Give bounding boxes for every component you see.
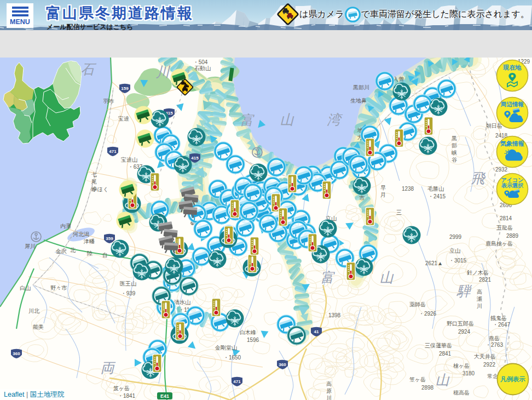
svg-text:陸: 陸 — [87, 250, 92, 256]
svg-text:河北潟: 河北潟 — [73, 231, 89, 237]
svg-text:清水山: 清水山 — [174, 299, 190, 305]
svg-text:凡例表示: 凡例表示 — [500, 376, 526, 382]
svg-text:常念: 常念 — [487, 373, 498, 379]
svg-text:原: 原 — [326, 388, 332, 394]
svg-text:湾: 湾 — [327, 112, 343, 127]
svg-text:3180: 3180 — [462, 370, 475, 376]
svg-text:2889: 2889 — [506, 233, 519, 239]
svg-text:金沢: 金沢 — [55, 248, 67, 254]
svg-text:野々市: 野々市 — [50, 285, 67, 291]
svg-text:朝日岳: 朝日岳 — [486, 123, 502, 129]
svg-text:川北: 川北 — [28, 308, 40, 314]
svg-text:1238: 1238 — [402, 186, 414, 192]
svg-text:宝達: 宝達 — [118, 116, 129, 122]
svg-text:生地鼻: 生地鼻 — [350, 98, 367, 104]
svg-text:・2647: ・2647 — [493, 322, 511, 328]
svg-text:三: 三 — [396, 209, 402, 215]
svg-text:笈ヶ岳: 笈ヶ岳 — [113, 385, 130, 391]
svg-text:・939: ・939 — [121, 290, 136, 296]
svg-text:医王山: 医王山 — [120, 281, 136, 287]
svg-text:山: 山 — [380, 270, 394, 285]
svg-text:・504: ・504 — [193, 59, 208, 65]
svg-text:騨: 騨 — [456, 283, 472, 299]
svg-text:飛: 飛 — [471, 170, 486, 186]
svg-text:両: 両 — [101, 360, 116, 375]
svg-text:山: 山 — [436, 372, 450, 387]
svg-text:金剛堂山: 金剛堂山 — [215, 345, 237, 351]
svg-text:津幡: 津幡 — [83, 238, 95, 244]
svg-text:川: 川 — [477, 303, 482, 309]
svg-text:立山: 立山 — [449, 248, 460, 254]
svg-text:鹿島槍ヶ岳: 鹿島槍ヶ岳 — [485, 241, 513, 247]
svg-text:高: 高 — [326, 381, 332, 387]
svg-text:1596: 1596 — [247, 337, 259, 343]
svg-text:2621▲: 2621▲ — [425, 260, 443, 266]
svg-text:2924: 2924 — [458, 329, 471, 335]
svg-text:471: 471 — [233, 379, 241, 384]
svg-text:2932: 2932 — [495, 167, 508, 173]
svg-text:・2926: ・2926 — [419, 311, 437, 317]
svg-text:白木峰: 白木峰 — [240, 329, 256, 335]
svg-text:部: 部 — [452, 142, 457, 148]
svg-text:E41: E41 — [160, 393, 169, 399]
svg-text:・2415: ・2415 — [428, 193, 446, 199]
svg-text:犀川: 犀川 — [25, 243, 36, 249]
svg-text:能美: 能美 — [33, 324, 44, 330]
svg-text:1398: 1398 — [328, 312, 341, 318]
svg-text:2898: 2898 — [421, 385, 434, 391]
svg-text:瀬: 瀬 — [477, 296, 482, 302]
svg-text:石動山: 石動山 — [194, 65, 211, 71]
svg-text:360: 360 — [279, 362, 286, 367]
svg-text:宝達山: 宝達山 — [121, 157, 137, 163]
svg-text:・1650: ・1650 — [223, 355, 241, 361]
svg-text:359: 359 — [106, 236, 113, 241]
svg-text:高: 高 — [477, 289, 482, 295]
svg-text:表示選択: 表示選択 — [501, 182, 524, 188]
svg-text:Leaflet | 国土地理院: Leaflet | 国土地理院 — [4, 391, 65, 398]
svg-text:黒: 黒 — [452, 135, 457, 141]
svg-text:入善: 入善 — [393, 76, 404, 82]
svg-text:自: 自 — [102, 252, 108, 258]
svg-text:2821: 2821 — [479, 277, 491, 283]
svg-text:山: 山 — [280, 112, 294, 127]
svg-text:川: 川 — [326, 395, 332, 400]
svg-text:市: 市 — [359, 195, 365, 201]
svg-text:内灘: 内灘 — [60, 223, 71, 229]
svg-text:線: 線 — [91, 186, 97, 192]
svg-text:羽咋: 羽咋 — [103, 98, 114, 104]
svg-text:周辺情報: 周辺情報 — [500, 101, 524, 107]
svg-text:峡: 峡 — [452, 150, 457, 156]
svg-text:川: 川 — [156, 64, 171, 79]
svg-text:159: 159 — [121, 86, 129, 91]
svg-text:471: 471 — [109, 149, 117, 154]
svg-text:五龍岳: 五龍岳 — [496, 225, 513, 231]
svg-text:七: 七 — [91, 172, 97, 178]
svg-text:2922: 2922 — [483, 362, 496, 368]
svg-text:2814: 2814 — [500, 215, 512, 221]
svg-text:気象情報: 気象情報 — [500, 140, 524, 147]
svg-text:2841: 2841 — [439, 351, 452, 357]
svg-text:富: 富 — [321, 270, 336, 285]
svg-text:415: 415 — [191, 156, 199, 161]
svg-text:毛勝山: 毛勝山 — [427, 186, 444, 192]
svg-text:穂高岳: 穂高岳 — [453, 390, 470, 396]
svg-text:早: 早 — [380, 185, 386, 191]
svg-text:野口五郎岳: 野口五郎岳 — [447, 321, 474, 327]
svg-text:・1841: ・1841 — [118, 393, 136, 399]
svg-text:現在地: 現在地 — [503, 64, 522, 71]
svg-text:尾: 尾 — [91, 179, 97, 185]
svg-text:針ノ木岳: 針ノ木岳 — [467, 270, 489, 276]
svg-text:41: 41 — [314, 329, 319, 334]
svg-text:富: 富 — [240, 112, 255, 128]
svg-text:谷: 谷 — [452, 157, 457, 163]
svg-text:白山: 白山 — [20, 285, 31, 291]
svg-text:石: 石 — [81, 61, 97, 77]
svg-text:槍ヶ岳: 槍ヶ岳 — [453, 363, 470, 369]
svg-text:・3015: ・3015 — [449, 258, 467, 264]
svg-text:薬師岳: 薬師岳 — [409, 301, 426, 307]
svg-text:黒部川: 黒部川 — [353, 84, 369, 90]
svg-text:月: 月 — [380, 192, 386, 198]
svg-text:360: 360 — [13, 351, 20, 356]
svg-text:大天井岳: 大天井岳 — [474, 353, 496, 359]
svg-text:燕岳: 燕岳 — [489, 335, 500, 341]
